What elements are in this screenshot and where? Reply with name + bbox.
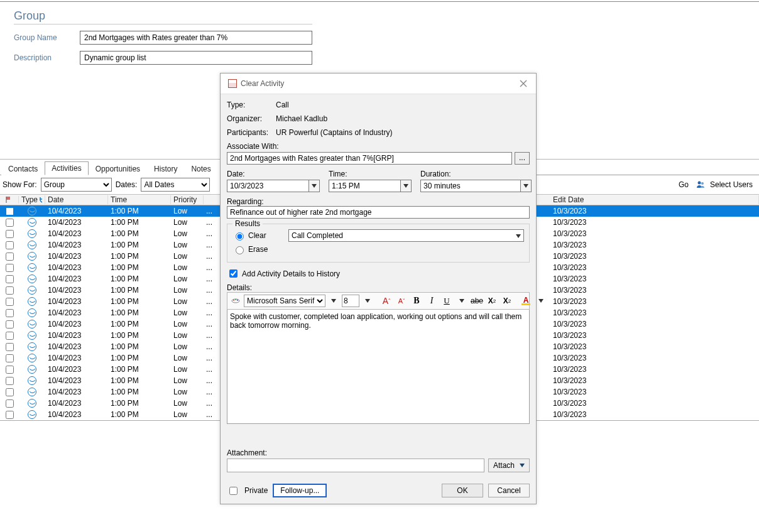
date-input[interactable] (227, 180, 309, 192)
row-checkbox[interactable] (6, 230, 14, 238)
row-edit-date: 10/3/2023 (550, 241, 759, 249)
row-time: 1:00 PM (108, 376, 171, 385)
col-type[interactable]: Type (19, 195, 45, 204)
row-checkbox[interactable] (6, 332, 14, 340)
ok-button[interactable]: OK (442, 484, 483, 497)
row-time: 1:00 PM (108, 229, 171, 238)
associate-with-input[interactable] (227, 152, 512, 165)
regarding-input[interactable] (227, 206, 530, 219)
decrease-font-icon[interactable]: Aˇ (395, 294, 408, 308)
private-label: Private (244, 486, 268, 495)
erase-radio[interactable] (236, 246, 244, 254)
row-time: 1:00 PM (108, 365, 171, 374)
col-date[interactable]: Date (45, 195, 108, 204)
chevron-down-icon[interactable] (327, 294, 341, 308)
private-checkbox[interactable] (229, 487, 238, 495)
superscript-icon[interactable]: X2 (500, 294, 514, 308)
row-edit-date: 10/3/2023 (550, 388, 759, 396)
svg-rect-2 (6, 197, 10, 200)
attachment-input[interactable] (227, 459, 484, 472)
details-textarea[interactable]: Spoke with customer, completed loan appl… (227, 310, 530, 424)
group-section: Group Group Name Description (0, 2, 759, 65)
chevron-down-icon[interactable] (516, 231, 521, 240)
duration-input[interactable] (420, 180, 520, 192)
row-checkbox[interactable] (6, 343, 14, 351)
associate-with-browse[interactable]: ... (515, 152, 530, 165)
attach-button[interactable]: Attach (488, 459, 530, 472)
row-date: 10/4/2023 (45, 399, 108, 408)
tab-notes[interactable]: Notes (184, 162, 217, 175)
row-edit-date: 10/3/2023 (550, 207, 759, 215)
font-color-icon[interactable]: A (519, 294, 533, 308)
row-checkbox[interactable] (6, 366, 14, 374)
result-combo[interactable]: Call Completed (288, 229, 524, 242)
duration-combo[interactable] (420, 180, 532, 192)
checkbox-icon[interactable] (6, 208, 13, 215)
row-checkbox[interactable] (6, 399, 14, 408)
tab-opportunities[interactable]: Opportunities (89, 162, 147, 175)
go-link[interactable]: Go (679, 180, 689, 189)
row-priority: Low (171, 286, 204, 295)
row-date: 10/4/2023 (45, 274, 108, 283)
row-checkbox[interactable] (6, 388, 14, 396)
bold-icon[interactable]: B (410, 294, 423, 308)
refresh-icon[interactable] (39, 196, 42, 204)
row-priority: Low (171, 274, 204, 283)
select-users-link[interactable]: Select Users (710, 180, 753, 189)
time-input[interactable] (329, 180, 400, 192)
col-priority[interactable]: Priority (171, 195, 204, 204)
chevron-down-icon[interactable] (534, 294, 548, 308)
clear-radio[interactable] (236, 232, 244, 241)
date-combo[interactable] (227, 180, 320, 192)
add-history-checkbox[interactable] (229, 269, 238, 278)
row-checkbox[interactable] (6, 286, 14, 295)
row-checkbox[interactable] (6, 354, 14, 362)
chevron-down-icon[interactable] (361, 294, 374, 308)
row-date: 10/4/2023 (45, 263, 108, 272)
row-checkbox[interactable] (6, 377, 14, 385)
row-checkbox[interactable] (6, 219, 14, 227)
increase-font-icon[interactable]: Aˆ (380, 294, 393, 308)
dates-select[interactable]: All Dates (141, 178, 210, 192)
style-picker-icon[interactable] (229, 294, 243, 308)
chevron-down-icon[interactable] (309, 180, 320, 192)
row-checkbox[interactable] (6, 320, 14, 328)
group-name-input[interactable] (80, 31, 312, 45)
row-checkbox[interactable] (6, 275, 14, 283)
tab-contacts[interactable]: Contacts (1, 162, 45, 175)
row-edit-date: 10/3/2023 (550, 274, 759, 283)
underline-icon[interactable]: U (440, 294, 454, 308)
row-checkbox[interactable] (6, 241, 14, 249)
chevron-down-icon[interactable] (400, 180, 412, 192)
italic-icon[interactable]: I (425, 294, 439, 308)
dialog-titlebar[interactable]: Clear Activity (221, 73, 536, 94)
row-priority: Low (171, 263, 204, 272)
time-combo[interactable] (329, 180, 412, 192)
subscript-icon[interactable]: X2 (485, 294, 499, 308)
cancel-button[interactable]: Cancel (488, 484, 530, 497)
col-time[interactable]: Time (108, 195, 171, 204)
tab-activities[interactable]: Activities (45, 161, 88, 175)
col-edit-date[interactable]: Edit Date (550, 195, 759, 204)
show-for-select[interactable]: Group (41, 178, 112, 192)
row-checkbox[interactable] (6, 252, 14, 261)
row-time: 1:00 PM (108, 320, 171, 328)
call-icon (28, 207, 36, 215)
chevron-down-icon[interactable] (455, 294, 469, 308)
font-size-input[interactable] (342, 295, 359, 307)
font-family-select[interactable]: Microsoft Sans Serif (244, 295, 325, 307)
strikethrough-icon[interactable]: abe (470, 294, 484, 308)
chevron-down-icon[interactable] (520, 180, 532, 192)
group-section-title: Group (14, 9, 745, 23)
row-checkbox[interactable] (6, 411, 14, 419)
col-flag[interactable] (0, 196, 19, 204)
row-checkbox[interactable] (6, 298, 14, 306)
call-icon (28, 286, 36, 295)
row-checkbox[interactable] (6, 309, 14, 317)
group-desc-input[interactable] (80, 51, 312, 65)
row-edit-date: 10/3/2023 (550, 263, 759, 272)
followup-button[interactable]: Follow-up... (273, 484, 327, 497)
close-icon[interactable] (518, 79, 528, 89)
tab-history[interactable]: History (147, 162, 184, 175)
row-checkbox[interactable] (6, 264, 14, 272)
